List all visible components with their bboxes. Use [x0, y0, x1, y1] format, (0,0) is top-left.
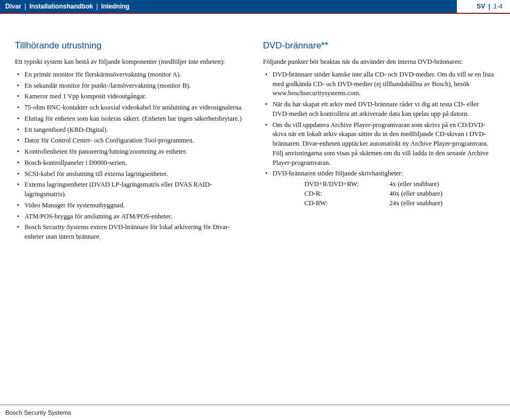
- left-column: Tillhörande utrustning Ett typiskt syste…: [15, 39, 247, 243]
- header-lang: SV: [477, 3, 485, 10]
- list-item: Bosch-kontrollpaneler i D9000-serien.: [15, 158, 247, 168]
- list-item-text: DVD-brännare stöder kanske inte alla CD-…: [273, 71, 494, 97]
- speed-value: 4x (eller snabbare): [389, 180, 439, 189]
- speed-table: DVD+R/DVD+RW: 4x (eller snabbare) CD-R: …: [273, 180, 495, 208]
- speed-row: CD-R: 40x (eller snabbare): [304, 189, 495, 199]
- header-breadcrumb: Divar | Installationshandbok | Inledning: [0, 3, 130, 10]
- list-item-text: Externa lagringsenheter (DVAD LP-lagring…: [24, 181, 212, 198]
- separator-icon: |: [96, 3, 98, 10]
- left-bullet-list: En primär monitor för flerskärmsövervakn…: [15, 70, 247, 242]
- list-item: Eluttag för enheten som kan isoleras säk…: [15, 114, 247, 124]
- speed-label: CD-RW:: [304, 199, 373, 208]
- header-page-indicator: SV | 1-4: [457, 0, 510, 13]
- list-item-text: Kontrollenheten för panorering/lutning/z…: [24, 148, 187, 155]
- speed-value: 24x (eller snabbare): [389, 199, 443, 208]
- page-body: Tillhörande utrustning Ett typiskt syste…: [0, 14, 510, 243]
- speed-label: CD-R:: [304, 189, 373, 199]
- list-item-text: Kameror med 1 Vpp komposit videoutgångar…: [24, 93, 147, 100]
- speed-row: CD-RW: 24x (eller snabbare): [304, 199, 495, 208]
- list-item-text: Bosch Security Systems extern DVD-bränna…: [24, 223, 230, 240]
- left-section-title: Tillhörande utrustning: [15, 39, 247, 52]
- list-item: ATM/POS-brygga för anslutning av ATM/POS…: [15, 212, 247, 222]
- list-item-text: Bosch-kontrollpaneler i D9000-serien.: [24, 159, 127, 166]
- list-item: En primär monitor för flerskärmsövervakn…: [15, 70, 247, 80]
- list-item: Kameror med 1 Vpp komposit videoutgångar…: [15, 92, 247, 102]
- list-item-text: SCSI-kabel för anslutning till externa l…: [24, 170, 168, 178]
- list-item-text: 75-ohm BNC-kontakter och koaxial videoka…: [24, 104, 243, 111]
- right-column: DVD-brännare** Följande punkter bör beak…: [263, 39, 495, 243]
- header-section: Inledning: [101, 3, 129, 10]
- header-page-number: 1-4: [494, 3, 503, 10]
- list-item: Om du vill uppdatera Archive Player-prog…: [263, 121, 495, 168]
- list-item-text: ATM/POS-brygga för anslutning av ATM/POS…: [24, 213, 172, 220]
- list-item-text: När du har skapat ett arkiv med DVD-brän…: [273, 100, 479, 117]
- list-item-text: Eluttag för enheten som kan isoleras säk…: [24, 115, 242, 122]
- list-item-text: Ett tangentbord (KBD-Digital).: [24, 126, 108, 133]
- footer-text: Bosch Security Systems: [5, 409, 71, 416]
- footer-divider: [0, 405, 510, 405]
- list-item: 75-ohm BNC-kontakter och koaxial videoka…: [15, 103, 247, 113]
- left-intro: Ett typiskt system kan bestå av följande…: [15, 57, 247, 67]
- list-item: När du har skapat ett arkiv med DVD-brän…: [263, 100, 495, 119]
- list-item: Dator för Control Center- och Configurat…: [15, 136, 247, 146]
- speed-label: DVD+R/DVD+RW:: [304, 180, 373, 189]
- list-item-text: Om du vill uppdatera Archive Player-prog…: [273, 121, 489, 166]
- speed-row: DVD+R/DVD+RW: 4x (eller snabbare): [304, 180, 495, 189]
- speed-value: 40x (eller snabbare): [389, 189, 443, 199]
- list-item-text: En primär monitor för flerskärmsövervakn…: [24, 71, 181, 78]
- list-item: SCSI-kabel för anslutning till externa l…: [15, 170, 247, 179]
- list-item: Kontrollenheten för panorering/lutning/z…: [15, 147, 247, 157]
- list-item: Ett tangentbord (KBD-Digital).: [15, 125, 247, 135]
- list-item: DVD-brännare stöder kanske inte alla CD-…: [263, 70, 495, 98]
- separator-icon: |: [488, 3, 490, 10]
- list-item: DVD-brännaren stöder följande skrivhasti…: [263, 169, 495, 208]
- page-header: Divar | Installationshandbok | Inledning…: [0, 0, 510, 14]
- list-item-text: En sekundär monitor för punkt-/larmöverv…: [24, 82, 191, 89]
- header-product: Divar: [5, 3, 21, 10]
- right-section-title: DVD-brännare**: [263, 39, 495, 52]
- list-item: Video Manager för systemutbyggnad.: [15, 201, 247, 211]
- list-item: Externa lagringsenheter (DVAD LP-lagring…: [15, 180, 247, 199]
- right-intro: Följande punkter bör beaktas när du anvä…: [263, 57, 495, 67]
- header-doc: Installationshandbok: [29, 3, 93, 10]
- list-item-text: Dator för Control Center- och Configurat…: [24, 137, 194, 144]
- list-item: En sekundär monitor för punkt-/larmöverv…: [15, 81, 247, 91]
- list-item-text: DVD-brännaren stöder följande skrivhasti…: [273, 170, 403, 177]
- list-item-text: Video Manager för systemutbyggnad.: [24, 201, 125, 209]
- list-item: Bosch Security Systems extern DVD-bränna…: [15, 223, 247, 242]
- separator-icon: |: [24, 3, 26, 10]
- right-bullet-list: DVD-brännare stöder kanske inte alla CD-…: [263, 70, 495, 208]
